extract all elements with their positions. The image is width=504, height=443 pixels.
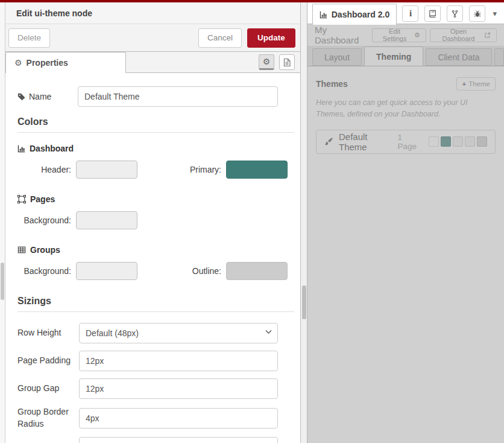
name-input[interactable] <box>78 86 278 107</box>
widget-gap-input[interactable] <box>79 437 278 443</box>
dashboard-subheader-label: Dashboard <box>30 144 74 153</box>
dashboard-subheader: Dashboard <box>17 144 300 153</box>
top-red-bar <box>0 0 504 2</box>
groups-background-label: Background: <box>17 266 76 276</box>
edit-panel-form: Name Colors Dashboard Header: Primary: <box>5 73 300 443</box>
node-description-button[interactable] <box>279 54 295 70</box>
help-sidebar-button[interactable] <box>424 5 441 22</box>
tag-icon <box>17 93 25 101</box>
tab-properties-label: Properties <box>27 58 68 68</box>
sidebar-tab-dashboard[interactable]: Dashboard 2.0 <box>312 4 397 25</box>
group-gap-label: Group Gap <box>17 383 79 395</box>
document-icon <box>283 58 291 67</box>
caret-down-icon: ▾ <box>493 9 497 18</box>
modal-shade-overlay <box>307 24 504 443</box>
edit-panel-scrollbar-thumb[interactable] <box>302 285 306 319</box>
sidebar-menu-caret[interactable]: ▾ <box>491 8 498 19</box>
git-branch-sidebar-button[interactable] <box>447 5 463 22</box>
widget-gap-row: Widget Gap <box>17 437 278 443</box>
chart-column-icon <box>17 145 25 153</box>
left-scrollbar-thumb[interactable] <box>1 263 4 300</box>
groups-outline-swatch[interactable] <box>226 262 288 280</box>
edit-node-panel: Edit ui-theme node Delete Cancel Update … <box>5 2 300 443</box>
groups-background-swatch[interactable] <box>76 262 137 280</box>
name-label: Name <box>29 92 51 101</box>
sidebar-tab-dashboard-label: Dashboard 2.0 <box>332 10 389 19</box>
name-row: Name <box>17 86 278 107</box>
edit-panel-tabbar-actions: ⚙ <box>259 52 300 72</box>
colors-section-title: Colors <box>17 116 294 133</box>
primary-color-swatch[interactable] <box>226 161 288 179</box>
right-sidebar: Dashboard 2.0 i <box>307 2 504 443</box>
header-color-label: Header: <box>17 165 76 174</box>
table-icon <box>17 246 26 254</box>
object-group-icon <box>17 195 26 203</box>
node-settings-button[interactable]: ⚙ <box>259 54 274 70</box>
row-height-select[interactable]: Default (48px) <box>79 323 278 343</box>
page-padding-row: Page Padding <box>17 351 278 371</box>
pages-subheader-label: Pages <box>30 194 55 204</box>
name-label-wrap: Name <box>17 92 78 101</box>
groups-subheader-label: Groups <box>30 245 60 255</box>
group-border-radius-row: Group Border Radius <box>17 406 278 430</box>
pages-background-swatch[interactable] <box>76 211 137 229</box>
book-icon <box>428 10 437 18</box>
gear-icon: ⚙ <box>14 58 22 68</box>
bug-icon <box>473 10 482 18</box>
groups-colors-row: Background: Outline: <box>17 262 300 280</box>
gear-icon: ⚙ <box>263 57 271 66</box>
group-border-radius-label: Group Border Radius <box>17 406 79 430</box>
edit-panel-header: Edit ui-theme node <box>5 2 300 24</box>
group-border-radius-input[interactable] <box>79 408 278 429</box>
groups-subheader: Groups <box>17 245 300 255</box>
dashboard-colors-row: Header: Primary: <box>17 161 300 179</box>
sidebar-shaded-area: My Dashboard Edit Settings ⚙ Open Dashbo… <box>307 24 504 443</box>
delete-button[interactable]: Delete <box>8 28 50 48</box>
update-button[interactable]: Update <box>247 28 295 48</box>
cancel-button[interactable]: Cancel <box>198 28 242 48</box>
edit-panel-title: Edit ui-theme node <box>16 8 92 18</box>
info-icon: i <box>409 8 412 19</box>
edit-panel-tabbar: ⚙ Properties ⚙ <box>5 52 300 73</box>
sidebar-header-buttons: i ▾ <box>402 5 498 22</box>
edit-panel-scrollbar[interactable] <box>300 2 307 443</box>
row-height-select-wrap: Default (48px) <box>79 323 278 343</box>
row-height-label: Row Height <box>17 327 79 339</box>
pages-colors-row: Background: <box>17 211 300 229</box>
page-padding-input[interactable] <box>79 351 278 371</box>
git-branch-icon <box>451 10 459 18</box>
pages-subheader: Pages <box>17 194 300 204</box>
chart-column-icon <box>320 11 327 19</box>
group-gap-input[interactable] <box>79 378 278 399</box>
pages-background-label: Background: <box>17 215 76 225</box>
page-padding-label: Page Padding <box>17 355 79 367</box>
workspace-left-scrollbar[interactable] <box>0 2 5 443</box>
node-red-editor: Edit ui-theme node Delete Cancel Update … <box>0 0 504 443</box>
info-sidebar-button[interactable]: i <box>402 5 418 22</box>
edit-panel-button-bar: Delete Cancel Update <box>5 24 300 52</box>
row-height-row: Row Height Default (48px) <box>17 323 278 343</box>
tab-properties[interactable]: ⚙ Properties <box>5 52 126 73</box>
header-color-swatch[interactable] <box>76 161 137 179</box>
groups-outline-label: Outline: <box>160 266 226 276</box>
group-gap-row: Group Gap <box>17 378 278 399</box>
sizings-section-title: Sizings <box>17 296 294 312</box>
debug-sidebar-button[interactable] <box>469 5 485 22</box>
sidebar-header: Dashboard 2.0 i <box>307 2 504 24</box>
primary-color-label: Primary: <box>160 165 226 174</box>
